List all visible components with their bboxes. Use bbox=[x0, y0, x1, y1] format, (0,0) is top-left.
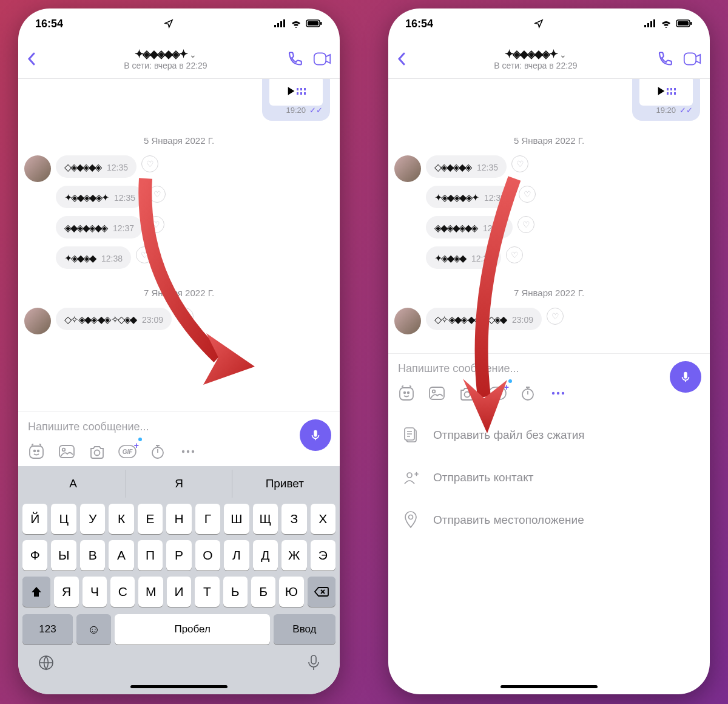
avatar[interactable] bbox=[394, 308, 421, 334]
menu-send-contact[interactable]: Отправить контакт bbox=[388, 456, 710, 499]
key[interactable]: А bbox=[109, 540, 133, 570]
suggestion[interactable]: Привет bbox=[232, 470, 337, 498]
sticker-icon[interactable] bbox=[397, 384, 416, 403]
like-button[interactable]: ♡ bbox=[141, 155, 158, 172]
key[interactable]: П bbox=[138, 540, 163, 570]
key[interactable]: Н bbox=[166, 504, 191, 534]
sticker-icon[interactable] bbox=[27, 442, 46, 461]
gif-icon[interactable]: GIF+ bbox=[488, 384, 507, 403]
key[interactable]: Д bbox=[253, 540, 278, 570]
avatar[interactable] bbox=[24, 155, 51, 182]
key[interactable]: Ы bbox=[51, 540, 76, 570]
key[interactable]: В bbox=[80, 540, 105, 570]
like-button[interactable]: ♡ bbox=[519, 186, 536, 203]
space-key[interactable]: Пробел bbox=[115, 614, 269, 645]
key[interactable]: Т bbox=[195, 577, 219, 607]
key[interactable]: Ц bbox=[51, 504, 76, 534]
incoming-message[interactable]: ◈◆◈◆◈◆◈12:37 bbox=[56, 216, 143, 239]
message-input[interactable]: Напишите сообщение... bbox=[394, 356, 704, 384]
key[interactable]: Ч bbox=[83, 577, 107, 607]
key[interactable]: Б bbox=[251, 577, 275, 607]
more-icon[interactable] bbox=[548, 384, 568, 403]
incoming-message[interactable]: ✦◈◆◈◆12:38 bbox=[56, 246, 131, 269]
back-button[interactable] bbox=[27, 52, 46, 66]
like-button[interactable]: ♡ bbox=[177, 308, 194, 325]
chat-body[interactable]: 19:20✓✓ 5 Января 2022 Г. ◇◈◆◈◆◈12:35 ♡ ✦… bbox=[18, 79, 340, 411]
camera-icon[interactable] bbox=[87, 442, 107, 461]
incoming-message[interactable]: ✦◈◆◈◆◈✦12:35 bbox=[426, 186, 514, 208]
dictation-key[interactable] bbox=[307, 654, 320, 671]
numeric-key[interactable]: 123 bbox=[22, 614, 73, 645]
like-button[interactable]: ♡ bbox=[517, 216, 534, 233]
key[interactable]: М bbox=[138, 577, 163, 607]
key[interactable]: Р bbox=[166, 540, 191, 570]
like-button[interactable]: ♡ bbox=[147, 216, 164, 233]
audio-thumbnail[interactable] bbox=[639, 79, 693, 106]
emoji-key[interactable]: ☺ bbox=[76, 614, 111, 645]
message-input[interactable]: Напишите сообщение... bbox=[24, 415, 334, 442]
more-icon[interactable] bbox=[178, 442, 198, 461]
video-call-button[interactable] bbox=[313, 50, 331, 68]
enter-key[interactable]: Ввод bbox=[274, 614, 335, 645]
incoming-message[interactable]: ◇✧ ◈◆◈ ◆◈ ✧◇◈◆23:09 bbox=[56, 308, 172, 330]
timer-icon[interactable] bbox=[518, 384, 538, 403]
avatar[interactable] bbox=[394, 155, 421, 182]
chevron-down-icon[interactable]: ⌄ bbox=[559, 50, 567, 59]
chat-body[interactable]: 19:20✓✓ 5 Января 2022 Г. ◇◈◆◈◆◈12:35 ♡ ✦… bbox=[388, 79, 710, 353]
backspace-key[interactable] bbox=[308, 577, 335, 607]
incoming-message[interactable]: ◇✧ ◈◆◈ ◆◈ ✧◇◈◆23:09 bbox=[426, 308, 542, 330]
key[interactable]: Ь bbox=[223, 577, 248, 607]
outgoing-message[interactable]: 19:20✓✓ bbox=[632, 79, 700, 121]
home-indicator[interactable] bbox=[500, 685, 598, 688]
like-button[interactable]: ♡ bbox=[511, 155, 528, 172]
key[interactable]: Ж bbox=[281, 540, 306, 570]
key[interactable]: О bbox=[195, 540, 220, 570]
like-button[interactable]: ♡ bbox=[547, 308, 564, 325]
like-button[interactable]: ♡ bbox=[149, 186, 166, 203]
camera-icon[interactable] bbox=[457, 384, 477, 403]
key[interactable]: Х bbox=[311, 504, 335, 534]
voice-call-button[interactable] bbox=[285, 50, 303, 68]
chevron-down-icon[interactable]: ⌄ bbox=[189, 50, 197, 59]
key[interactable]: И bbox=[167, 577, 191, 607]
incoming-message[interactable]: ✦◈◆◈◆12:38 bbox=[426, 246, 501, 269]
key[interactable]: Е bbox=[138, 504, 163, 534]
contact-name[interactable]: ✦◈◆◈◆◈✦ bbox=[135, 48, 187, 60]
menu-send-location[interactable]: Отправить местоположение bbox=[388, 499, 710, 541]
suggestion[interactable]: А bbox=[21, 470, 126, 498]
key[interactable]: К bbox=[109, 504, 133, 534]
incoming-message[interactable]: ✦◈◆◈◆◈✦12:35 bbox=[56, 186, 144, 208]
shift-key[interactable] bbox=[22, 577, 50, 607]
incoming-message[interactable]: ◇◈◆◈◆◈12:35 bbox=[56, 155, 136, 178]
audio-thumbnail[interactable] bbox=[269, 79, 323, 106]
key[interactable]: Ф bbox=[22, 540, 47, 570]
gif-icon[interactable]: GIF+ bbox=[118, 442, 137, 461]
keyboard[interactable]: А Я Привет ЙЦУКЕНГШЩЗХ ФЫВАПРОЛДЖЭ ЯЧСМИ… bbox=[18, 466, 340, 694]
incoming-message[interactable]: ◈◆◈◆◈◆◈12:37 bbox=[426, 216, 513, 239]
key[interactable]: Ш bbox=[224, 504, 249, 534]
menu-send-file[interactable]: Отправить файл без сжатия bbox=[388, 414, 710, 456]
gallery-icon[interactable] bbox=[427, 384, 447, 403]
voice-call-button[interactable] bbox=[655, 50, 673, 68]
avatar[interactable] bbox=[24, 308, 51, 334]
outgoing-message[interactable]: 19:20✓✓ bbox=[262, 79, 330, 121]
back-button[interactable] bbox=[397, 52, 416, 66]
suggestion[interactable]: Я bbox=[126, 470, 232, 498]
key[interactable]: Ю bbox=[279, 577, 303, 607]
globe-key[interactable] bbox=[38, 654, 55, 671]
key[interactable]: С bbox=[110, 577, 135, 607]
key[interactable]: Э bbox=[311, 540, 335, 570]
key[interactable]: Г bbox=[195, 504, 220, 534]
key[interactable]: Й bbox=[22, 504, 47, 534]
like-button[interactable]: ♡ bbox=[506, 246, 523, 263]
key[interactable]: З bbox=[281, 504, 306, 534]
key[interactable]: Щ bbox=[253, 504, 278, 534]
gallery-icon[interactable] bbox=[57, 442, 76, 461]
key[interactable]: У bbox=[80, 504, 105, 534]
mic-button[interactable] bbox=[300, 419, 331, 451]
mic-button[interactable] bbox=[670, 361, 701, 393]
video-call-button[interactable] bbox=[683, 50, 701, 68]
key[interactable]: Я bbox=[54, 577, 78, 607]
incoming-message[interactable]: ◇◈◆◈◆◈12:35 bbox=[426, 155, 507, 178]
home-indicator[interactable] bbox=[130, 685, 228, 688]
